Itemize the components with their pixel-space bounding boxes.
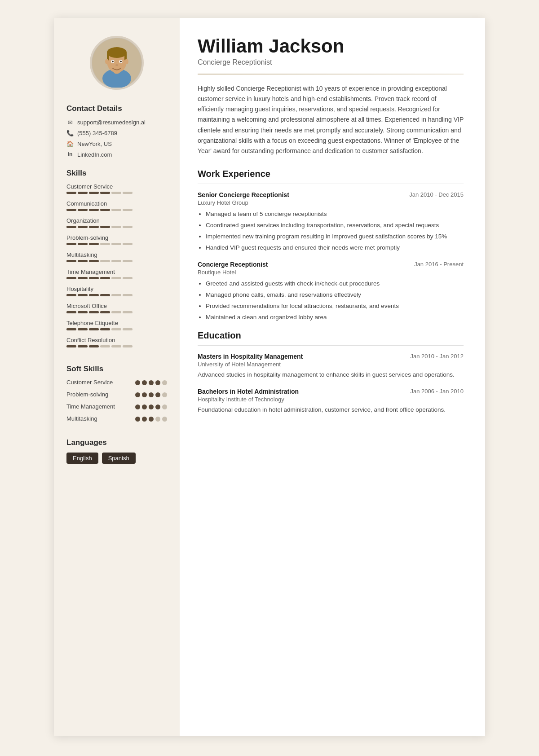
skill-segment: [89, 209, 99, 211]
skill-name: Hospitality: [66, 286, 167, 292]
soft-skill-name: Multitasking: [66, 415, 97, 423]
soft-skill-name: Problem-solving: [66, 391, 108, 399]
soft-skill-name: Time Management: [66, 403, 115, 411]
skill-segment: [66, 192, 76, 194]
work-experience-title: Work Experience: [198, 169, 464, 179]
skill-segment: [123, 226, 133, 228]
dot: [142, 417, 147, 422]
skill-segment: [111, 226, 121, 228]
skill-segment: [123, 345, 133, 347]
header-divider: [198, 74, 464, 75]
skill-segment: [89, 243, 99, 245]
job-bullets: Greeted and assisted guests with check-i…: [198, 279, 464, 322]
skill-segment: [89, 345, 99, 347]
svg-point-12: [105, 59, 109, 64]
svg-point-10: [120, 61, 122, 62]
skill-segment: [89, 192, 99, 194]
skill-segment: [66, 345, 76, 347]
contact-phone-text: (555) 345-6789: [77, 130, 117, 136]
edu-description: Foundational education in hotel administ…: [198, 405, 464, 415]
skill-item: Hospitality: [66, 286, 167, 296]
edu-entry: Bachelors in Hotel AdministrationJan 200…: [198, 388, 464, 415]
job-header: Senior Concierge ReceptionistJan 2010 - …: [198, 191, 464, 198]
skill-name: Customer Service: [66, 183, 167, 190]
soft-skill-name: Customer Service: [66, 379, 113, 387]
skill-bar: [66, 260, 167, 262]
language-tags: EnglishSpanish: [66, 453, 167, 464]
soft-skill-dots: [135, 392, 167, 397]
job-entry: Concierge ReceptionistJan 2016 - Present…: [198, 261, 464, 322]
contact-location-text: NewYork, US: [77, 141, 112, 147]
skill-segment: [111, 260, 121, 262]
skill-segment: [89, 226, 99, 228]
soft-skills-section: Soft Skills Customer ServiceProblem-solv…: [66, 365, 167, 427]
soft-skills-list: Customer ServiceProblem-solvingTime Mana…: [66, 379, 167, 423]
resume-header: William Jackson Concierge Receptionist: [198, 36, 464, 75]
skill-item: Problem-solving: [66, 234, 167, 245]
skill-segment: [123, 192, 133, 194]
skill-segment: [66, 260, 76, 262]
skill-segment: [111, 294, 121, 296]
soft-skill-item: Customer Service: [66, 379, 167, 387]
skill-name: Problem-solving: [66, 234, 167, 241]
dot: [149, 404, 154, 409]
skill-segment: [78, 311, 88, 313]
skill-segment: [78, 345, 88, 347]
svg-point-13: [125, 59, 128, 64]
job-bullet: Managed phone calls, emails, and reserva…: [206, 290, 464, 300]
job-date: Jan 2016 - Present: [414, 261, 464, 268]
skill-name: Communication: [66, 200, 167, 207]
dot: [135, 380, 140, 385]
edu-entry: Masters in Hospitality ManagementJan 201…: [198, 353, 464, 380]
skill-segment: [111, 243, 121, 245]
skill-segment: [78, 192, 88, 194]
soft-skill-dots: [135, 417, 167, 422]
skill-bar: [66, 277, 167, 279]
skill-segment: [78, 209, 88, 211]
language-tag: English: [66, 453, 98, 464]
skill-segment: [111, 277, 121, 279]
dot: [149, 380, 154, 385]
candidate-title: Concierge Receptionist: [198, 58, 464, 66]
languages-section: Languages EnglishSpanish: [66, 438, 167, 464]
skill-name: Conflict Resolution: [66, 337, 167, 343]
skill-bar: [66, 345, 167, 347]
skill-segment: [100, 345, 110, 347]
job-date: Jan 2010 - Dec 2015: [409, 191, 464, 198]
job-bullet: Maintained a clean and organized lobby a…: [206, 313, 464, 322]
job-entry: Senior Concierge ReceptionistJan 2010 - …: [198, 191, 464, 253]
skill-segment: [100, 294, 110, 296]
skill-segment: [78, 277, 88, 279]
dot: [162, 417, 167, 422]
job-bullet: Provided recommendations for local attra…: [206, 302, 464, 311]
dot: [162, 392, 167, 397]
skill-name: Microsoft Office: [66, 303, 167, 309]
skill-segment: [111, 328, 121, 330]
edu-header: Masters in Hospitality ManagementJan 201…: [198, 353, 464, 360]
skill-segment: [123, 328, 133, 330]
work-divider: [198, 184, 464, 185]
jobs-list: Senior Concierge ReceptionistJan 2010 - …: [198, 191, 464, 322]
job-bullets: Managed a team of 5 concierge receptioni…: [198, 210, 464, 253]
skill-segment: [100, 243, 110, 245]
dot: [149, 417, 154, 422]
soft-skill-dots: [135, 380, 167, 385]
skill-name: Multitasking: [66, 251, 167, 258]
linkedin-icon: in: [66, 151, 74, 158]
dot: [142, 404, 147, 409]
edu-list: Masters in Hospitality ManagementJan 201…: [198, 353, 464, 415]
skill-item: Time Management: [66, 268, 167, 279]
skill-item: Multitasking: [66, 251, 167, 262]
skill-segment: [111, 345, 121, 347]
skill-bar: [66, 209, 167, 211]
dot: [142, 380, 147, 385]
svg-point-9: [112, 61, 114, 62]
edu-date: Jan 2006 - Jan 2010: [410, 388, 464, 395]
avatar: [90, 36, 144, 90]
job-title: Senior Concierge Receptionist: [198, 191, 289, 198]
job-header: Concierge ReceptionistJan 2016 - Present: [198, 261, 464, 268]
skills-list: Customer ServiceCommunicationOrganizatio…: [66, 183, 167, 347]
skill-bar: [66, 311, 167, 313]
skill-item: Microsoft Office: [66, 303, 167, 313]
job-bullet: Handled VIP guest requests and ensured t…: [206, 243, 464, 253]
